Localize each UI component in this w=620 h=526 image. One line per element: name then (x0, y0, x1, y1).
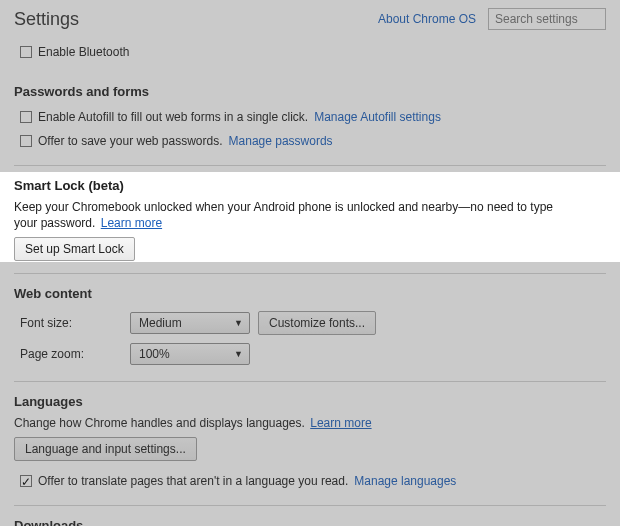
page-title: Settings (14, 9, 378, 30)
chevron-down-icon: ▼ (234, 318, 243, 328)
set-up-smart-lock-button[interactable]: Set up Smart Lock (14, 237, 135, 261)
manage-passwords-link[interactable]: Manage passwords (229, 132, 333, 150)
divider (14, 505, 606, 506)
smart-lock-section: Smart Lock (beta) Keep your Chromebook u… (0, 168, 620, 271)
enable-autofill-label: Enable Autofill to fill out web forms in… (38, 108, 308, 126)
divider (14, 165, 606, 166)
chevron-down-icon: ▼ (234, 349, 243, 359)
bluetooth-section: Enable Bluetooth (0, 34, 620, 74)
downloads-title: Downloads (14, 518, 606, 526)
languages-title: Languages (14, 394, 606, 409)
enable-bluetooth-label: Enable Bluetooth (38, 43, 129, 61)
passwords-forms-section: Passwords and forms Enable Autofill to f… (0, 74, 620, 163)
languages-learn-more-link[interactable]: Learn more (310, 416, 371, 430)
divider (14, 273, 606, 274)
search-input[interactable] (488, 8, 606, 30)
smart-lock-title: Smart Lock (beta) (14, 178, 606, 193)
enable-autofill-checkbox[interactable] (20, 111, 32, 123)
font-size-select[interactable]: Medium ▼ (130, 312, 250, 334)
offer-translate-label: Offer to translate pages that aren't in … (38, 472, 348, 490)
page-zoom-label: Page zoom: (20, 347, 130, 361)
about-chrome-os-link[interactable]: About Chrome OS (378, 12, 476, 26)
smart-lock-description: Keep your Chromebook unlocked when your … (14, 199, 554, 237)
languages-section: Languages Change how Chrome handles and … (0, 384, 620, 503)
manage-autofill-link[interactable]: Manage Autofill settings (314, 108, 441, 126)
save-passwords-label: Offer to save your web passwords. (38, 132, 223, 150)
languages-description: Change how Chrome handles and displays l… (14, 415, 554, 437)
enable-bluetooth-checkbox[interactable] (20, 46, 32, 58)
downloads-section: Downloads Download location: Change... (0, 508, 620, 526)
font-size-label: Font size: (20, 316, 130, 330)
smart-lock-learn-more-link[interactable]: Learn more (101, 216, 162, 230)
divider (14, 381, 606, 382)
web-content-section: Web content Font size: Medium ▼ Customiz… (0, 276, 620, 379)
page-zoom-select[interactable]: 100% ▼ (130, 343, 250, 365)
offer-translate-checkbox[interactable] (20, 475, 32, 487)
language-input-settings-button[interactable]: Language and input settings... (14, 437, 197, 461)
passwords-forms-title: Passwords and forms (14, 84, 606, 99)
settings-header: Settings About Chrome OS (0, 0, 620, 34)
customize-fonts-button[interactable]: Customize fonts... (258, 311, 376, 335)
manage-languages-link[interactable]: Manage languages (354, 472, 456, 490)
web-content-title: Web content (14, 286, 606, 301)
save-passwords-checkbox[interactable] (20, 135, 32, 147)
